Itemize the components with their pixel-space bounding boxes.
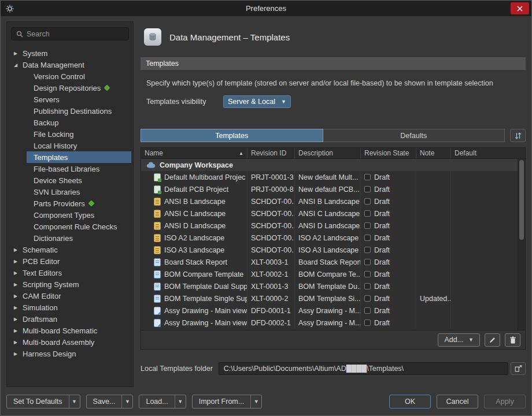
cell-default xyxy=(451,171,518,183)
cancel-button[interactable]: Cancel xyxy=(437,395,478,408)
cell-description: New default Mult... xyxy=(295,171,361,183)
search-box[interactable] xyxy=(11,27,129,40)
add-button[interactable]: Add... ▼ xyxy=(438,333,480,347)
tab-defaults[interactable]: Defaults xyxy=(323,129,505,142)
revision-state-checkbox[interactable] xyxy=(364,320,371,326)
chevron-collapsed-icon[interactable]: ▶ xyxy=(14,51,23,56)
sidebar-item-scripting-system[interactable]: ▶Scripting System xyxy=(7,278,133,290)
chevron-collapsed-icon[interactable]: ▶ xyxy=(14,259,23,264)
revision-state-checkbox[interactable] xyxy=(364,235,371,241)
chevron-collapsed-icon[interactable]: ▶ xyxy=(14,305,23,310)
table-row[interactable]: Assy Drawing - Main view:DFD-0001-1Assy … xyxy=(141,304,518,317)
sidebar-item-cam-editor[interactable]: ▶CAM Editor xyxy=(7,290,133,302)
load-button[interactable]: Load...▼ xyxy=(139,395,186,408)
chevron-down-icon[interactable]: ▼ xyxy=(121,395,132,408)
sidebar-item-component-rule-checks[interactable]: Component Rule Checks xyxy=(7,221,133,232)
sidebar-item-publishing-destinations[interactable]: Publishing Destinations xyxy=(7,105,133,117)
revision-state-checkbox[interactable] xyxy=(364,198,371,205)
sidebar-item-draftsman[interactable]: ▶Draftsman xyxy=(7,313,133,325)
template-name: Assy Drawing - Main view: xyxy=(164,307,247,315)
revision-state-checkbox[interactable] xyxy=(364,174,371,180)
folder-path-input[interactable] xyxy=(219,362,508,375)
chevron-collapsed-icon[interactable]: ▶ xyxy=(14,294,23,299)
open-folder-button[interactable] xyxy=(511,362,526,375)
revision-state-checkbox[interactable] xyxy=(364,186,371,192)
delete-button[interactable] xyxy=(505,333,520,347)
revision-state-checkbox[interactable] xyxy=(364,283,371,289)
revision-state-checkbox[interactable] xyxy=(364,259,371,265)
chevron-collapsed-icon[interactable]: ▶ xyxy=(14,340,23,345)
revision-state-checkbox[interactable] xyxy=(364,307,371,314)
revision-state-checkbox[interactable] xyxy=(364,271,371,277)
sidebar-item-pcb-editor[interactable]: ▶PCB Editor xyxy=(7,255,133,267)
chevron-collapsed-icon[interactable]: ▶ xyxy=(14,328,23,333)
sidebar-item-harness-design[interactable]: ▶Harness Design xyxy=(7,348,133,359)
sidebar-item-component-types[interactable]: Component Types xyxy=(7,209,133,221)
sidebar-item-data-management[interactable]: ◢Data Management xyxy=(7,59,133,70)
sidebar-item-design-repositories[interactable]: Design Repositories xyxy=(7,82,133,94)
table-row[interactable]: Default PCB ProjectPRJT-0000-8New defaul… xyxy=(141,183,518,195)
table-row[interactable]: Board Stack ReportXLT-0003-1Board Stack … xyxy=(141,256,518,268)
import-from-button[interactable]: Import From...▼ xyxy=(192,395,262,408)
column-header-default[interactable]: Default xyxy=(451,148,525,158)
revision-state-checkbox[interactable] xyxy=(364,210,371,217)
chevron-collapsed-icon[interactable]: ▶ xyxy=(14,270,23,276)
table-row[interactable]: ANSI C LandscapeSCHDOT-00...ANSI C Lands… xyxy=(141,207,518,220)
sidebar-item-servers[interactable]: Servers xyxy=(7,94,133,105)
chevron-collapsed-icon[interactable]: ▶ xyxy=(14,317,23,322)
table-row[interactable]: Default Multiboard ProjecPRJT-0001-3New … xyxy=(141,171,518,183)
sidebar-item-file-based-libraries[interactable]: File-based Libraries xyxy=(7,163,133,174)
revision-state-checkbox[interactable] xyxy=(364,247,371,253)
refresh-button[interactable] xyxy=(510,129,526,142)
sidebar-item-system[interactable]: ▶System xyxy=(7,47,133,59)
sidebar-item-schematic[interactable]: ▶Schematic xyxy=(7,244,133,255)
column-header-description[interactable]: Description xyxy=(295,148,361,158)
table-row[interactable]: ANSI D LandscapeSCHDOT-00...ANSI D Lands… xyxy=(141,220,518,232)
chevron-collapsed-icon[interactable]: ▶ xyxy=(14,282,23,287)
table-row[interactable]: ISO A3 LandscapeSCHDOT-00...ISO A3 Lands… xyxy=(141,244,518,256)
column-header-revision-state[interactable]: Revision State xyxy=(361,148,416,158)
chevron-down-icon[interactable]: ▼ xyxy=(69,395,80,408)
table-row[interactable]: ANSI B LandscapeSCHDOT-00...ANSI B Lands… xyxy=(141,195,518,207)
revision-state-checkbox[interactable] xyxy=(364,295,371,302)
sidebar-item-file-locking[interactable]: File Locking xyxy=(7,128,133,140)
set-to-defaults-button[interactable]: Set To Defaults▼ xyxy=(6,395,80,408)
visibility-dropdown[interactable]: Server & Local ▼ xyxy=(223,95,291,108)
table-row[interactable]: BOM Compare TemplateXLT-0002-1BOM Compar… xyxy=(141,268,518,280)
table-row[interactable]: BOM Template Dual SupplXLT-0001-3BOM Tem… xyxy=(141,280,518,292)
sidebar-item-version-control[interactable]: Version Control xyxy=(7,70,133,82)
sidebar-item-parts-providers[interactable]: Parts Providers xyxy=(7,198,133,209)
table-row[interactable]: BOM Template Single SupXLT-0000-2BOM Tem… xyxy=(141,292,518,304)
column-header-revision-id[interactable]: Revision ID xyxy=(247,148,295,158)
tab-templates[interactable]: Templates xyxy=(141,129,323,142)
group-row-company-workspace[interactable]: Company Workspace xyxy=(141,159,518,171)
chevron-collapsed-icon[interactable]: ▶ xyxy=(14,247,23,252)
sidebar-item-local-history[interactable]: Local History xyxy=(7,140,133,151)
apply-button[interactable]: Apply xyxy=(484,395,526,408)
sidebar-item-multi-board-schematic[interactable]: ▶Multi-board Schematic xyxy=(7,325,133,336)
sidebar-item-multi-board-assembly[interactable]: ▶Multi-board Assembly xyxy=(7,336,133,348)
chevron-collapsed-icon[interactable]: ▶ xyxy=(14,351,23,356)
sidebar-item-backup[interactable]: Backup xyxy=(7,117,133,128)
column-header-name[interactable]: Name ▲ xyxy=(141,148,247,158)
column-header-note[interactable]: Note xyxy=(416,148,451,158)
sidebar-item-templates[interactable]: Templates xyxy=(27,151,131,163)
save-button[interactable]: Save...▼ xyxy=(86,395,134,408)
close-button[interactable] xyxy=(511,2,529,14)
sidebar-item-device-sheets[interactable]: Device Sheets xyxy=(7,174,133,186)
vertical-scrollbar[interactable] xyxy=(518,159,525,330)
sidebar-item-text-editors[interactable]: ▶Text Editors xyxy=(7,267,133,278)
sidebar-item-simulation[interactable]: ▶Simulation xyxy=(7,302,133,313)
table-row[interactable]: Assy Drawing - Main view:DFD-0002-1Assy … xyxy=(141,317,518,329)
chevron-down-icon[interactable]: ▼ xyxy=(250,395,261,408)
ok-button[interactable]: OK xyxy=(389,395,431,408)
chevron-down-icon[interactable]: ▼ xyxy=(175,395,186,408)
sidebar-item-svn-libraries[interactable]: SVN Libraries xyxy=(7,186,133,198)
edit-button[interactable] xyxy=(485,333,500,347)
sidebar-item-dictionaries[interactable]: Dictionaries xyxy=(7,232,133,244)
scrollbar-thumb[interactable] xyxy=(519,160,524,240)
table-row[interactable]: ISO A2 LandscapeSCHDOT-00...ISO A2 Lands… xyxy=(141,232,518,244)
search-input[interactable] xyxy=(27,30,124,38)
chevron-expanded-icon[interactable]: ◢ xyxy=(14,62,23,68)
revision-state-checkbox[interactable] xyxy=(364,222,371,229)
